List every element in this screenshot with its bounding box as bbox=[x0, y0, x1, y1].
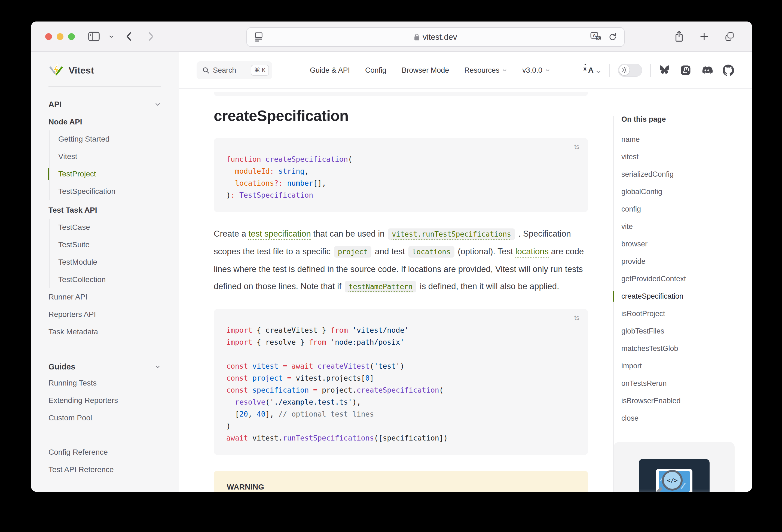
outline-divider bbox=[613, 116, 614, 492]
share-button[interactable] bbox=[674, 31, 684, 42]
discord-link[interactable] bbox=[701, 65, 713, 76]
code-line: locations?: number[], bbox=[226, 177, 576, 189]
fullscreen-button[interactable] bbox=[68, 33, 75, 40]
sidebar-item-reporters-api[interactable]: Reporters API bbox=[48, 306, 177, 323]
sidebar-item-getting-started[interactable]: Getting Started bbox=[58, 131, 177, 148]
inline-code-link[interactable]: vitest.runTestSpecifications bbox=[388, 228, 515, 240]
outline-item-globtestfiles[interactable]: globTestFiles bbox=[621, 322, 752, 340]
outline-item-isrootproject[interactable]: isRootProject bbox=[621, 305, 752, 322]
outline-item-vite[interactable]: vite bbox=[621, 218, 752, 235]
outline-item-browser[interactable]: browser bbox=[621, 235, 752, 253]
page-body: createSpecification ts function createSp… bbox=[179, 89, 752, 492]
outline-item-provide[interactable]: provide bbox=[621, 253, 752, 270]
sidebar-item-vitest[interactable]: Vitest bbox=[58, 148, 177, 165]
sidebar-toggle-button[interactable] bbox=[88, 31, 100, 42]
sidebar-item-extending-reporters[interactable]: Extending Reporters bbox=[48, 392, 177, 409]
article: createSpecification ts function createSp… bbox=[214, 89, 588, 492]
inline-link[interactable]: test specification bbox=[249, 229, 311, 239]
translate-icon[interactable]: A 文 bbox=[590, 32, 601, 42]
outline-item-isbrowserenabled[interactable]: isBrowserEnabled bbox=[621, 392, 752, 410]
code-line bbox=[226, 348, 576, 360]
inline-link[interactable]: locations bbox=[516, 247, 549, 256]
sidebar-item-test-api-reference[interactable]: Test API Reference bbox=[48, 461, 177, 478]
sidebar-section-header[interactable]: API bbox=[48, 97, 161, 112]
minimize-button[interactable] bbox=[57, 33, 64, 40]
browser-viewport: Vitest APINode APIGetting StartedVitestT… bbox=[31, 52, 752, 492]
outline-item-import[interactable]: import bbox=[621, 357, 752, 375]
github-link[interactable] bbox=[723, 65, 734, 76]
bluesky-link[interactable] bbox=[659, 65, 670, 75]
code-content: import { createVitest } from 'vitest/nod… bbox=[226, 324, 576, 444]
reload-button[interactable] bbox=[608, 32, 617, 42]
search-input[interactable]: Search ⌘ K bbox=[197, 61, 272, 79]
code-line: import { resolve } from 'node:path/posix… bbox=[226, 336, 576, 348]
nav-link-label: Guide & API bbox=[310, 66, 350, 75]
language-menu[interactable]: x A bbox=[583, 66, 601, 75]
nav-link-v3-0-0[interactable]: v3.0.0 bbox=[522, 66, 550, 75]
sidebar-item-runner-api[interactable]: Runner API bbox=[48, 288, 177, 306]
code-block-signature: ts function createSpecification( moduleI… bbox=[214, 138, 588, 212]
nav-link-config[interactable]: Config bbox=[365, 66, 386, 75]
code-line: function createSpecification( bbox=[226, 153, 576, 165]
sidebar-item-testproject[interactable]: TestProject bbox=[58, 165, 177, 183]
sidebar-item-config-reference[interactable]: Config Reference bbox=[48, 444, 177, 461]
outline-item-config[interactable]: config bbox=[621, 201, 752, 218]
url-text[interactable]: vitest.dev bbox=[423, 32, 457, 42]
sidebar-item-testcase[interactable]: TestCase bbox=[58, 219, 177, 236]
outline-item-name[interactable]: name bbox=[621, 131, 752, 148]
sidebar-section-header[interactable]: Guides bbox=[48, 359, 161, 375]
outline-item-ontestsrerun[interactable]: onTestsRerun bbox=[621, 375, 752, 392]
text-run: and test bbox=[372, 247, 407, 256]
outline-item-vitest[interactable]: vitest bbox=[621, 148, 752, 166]
outline-item-close[interactable]: close bbox=[621, 410, 752, 427]
search-placeholder: Search bbox=[213, 66, 236, 75]
sun-icon bbox=[619, 65, 630, 75]
code-block-example: ts import { createVitest } from 'vitest/… bbox=[214, 309, 588, 455]
outline-item-serializedconfig[interactable]: serializedConfig bbox=[621, 166, 752, 183]
sidebar-menu-chevron[interactable] bbox=[108, 33, 115, 40]
ad-illustration: </> bbox=[639, 459, 710, 492]
sidebar-item-testsuite[interactable]: TestSuite bbox=[58, 236, 177, 253]
translate-lang-icon: x bbox=[583, 66, 586, 72]
text-run: is defined, then it will also be applied… bbox=[417, 282, 559, 291]
vitest-logo[interactable]: Vitest bbox=[48, 61, 179, 79]
outline-title: On this page bbox=[621, 115, 752, 123]
nav-divider bbox=[650, 64, 651, 77]
nav-divider bbox=[575, 64, 575, 77]
nav-link-browser-mode[interactable]: Browser Mode bbox=[402, 66, 449, 75]
outline-item-matchestestglob[interactable]: matchesTestGlob bbox=[621, 340, 752, 357]
sidebar-item-group: Runner APIReporters APITask Metadata bbox=[48, 288, 177, 341]
description-paragraph: Create a test specification that can be … bbox=[214, 225, 588, 295]
back-button[interactable] bbox=[125, 31, 134, 42]
outline-item-globalconfig[interactable]: globalConfig bbox=[621, 183, 752, 201]
sidebar-section-label: Guides bbox=[48, 362, 75, 371]
sidebar-item-custom-pool[interactable]: Custom Pool bbox=[48, 409, 177, 427]
chevron-down-icon bbox=[155, 101, 161, 107]
address-bar[interactable]: vitest.dev A 文 bbox=[246, 27, 625, 47]
theme-toggle[interactable] bbox=[618, 64, 642, 77]
chevron-down-icon bbox=[545, 68, 550, 73]
sidebar-divider bbox=[48, 435, 161, 435]
sidebar-item-testmodule[interactable]: TestModule bbox=[58, 253, 177, 271]
new-tab-button[interactable] bbox=[699, 32, 709, 41]
nav-link-resources[interactable]: Resources bbox=[464, 66, 507, 75]
close-button[interactable] bbox=[45, 33, 52, 40]
forward-button[interactable] bbox=[146, 31, 155, 42]
code-lang-label: ts bbox=[574, 143, 579, 150]
nav-divider bbox=[609, 64, 610, 77]
outline-item-createspecification[interactable]: createSpecification bbox=[621, 287, 752, 305]
sidebar-item-testcollection[interactable]: TestCollection bbox=[58, 271, 177, 288]
tabs-overview-button[interactable] bbox=[724, 31, 735, 42]
code-line: const vitest = await createVitest('test'… bbox=[226, 360, 576, 372]
sidebar-item-running-tests[interactable]: Running Tests bbox=[48, 375, 177, 392]
mastodon-link[interactable] bbox=[680, 65, 691, 76]
inline-code-link[interactable]: testNamePattern bbox=[345, 281, 416, 292]
code-line: ) bbox=[226, 420, 576, 432]
sidebar-item-task-metadata[interactable]: Task Metadata bbox=[48, 323, 177, 341]
sidebar-item-testspecification[interactable]: TestSpecification bbox=[58, 183, 177, 200]
sponsor-ad-card[interactable]: </> bbox=[614, 442, 735, 492]
vitest-logo-icon bbox=[48, 63, 64, 78]
nav-link-guide-api[interactable]: Guide & API bbox=[310, 66, 350, 75]
chevron-down-icon bbox=[155, 364, 161, 370]
outline-item-getprovidedcontext[interactable]: getProvidedContext bbox=[621, 270, 752, 287]
